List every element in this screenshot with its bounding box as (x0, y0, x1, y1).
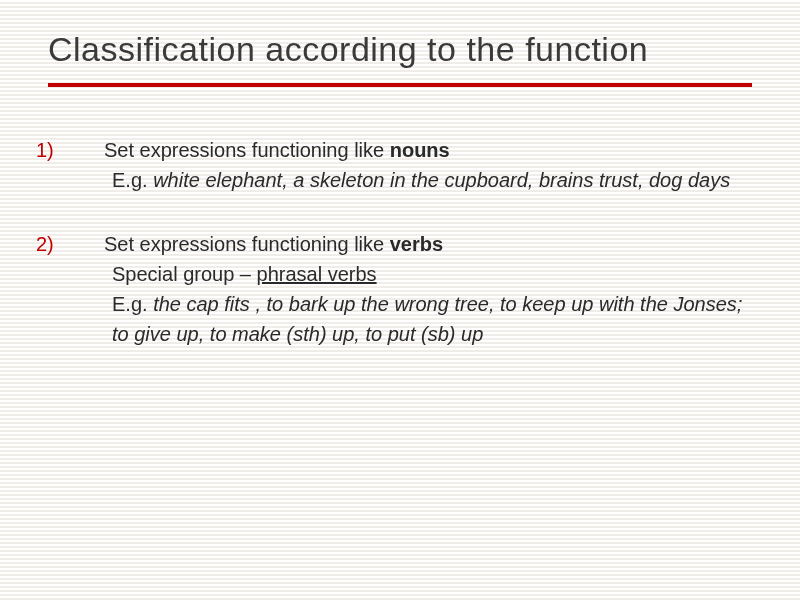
example-label: E.g. (112, 169, 153, 191)
item-example: E.g. the cap fits , to bark up the wrong… (112, 289, 752, 349)
item-head-bold: verbs (390, 233, 443, 255)
item-subgroup: Special group – phrasal verbs (112, 259, 752, 289)
item-head-pre: Set expressions functioning like (104, 233, 390, 255)
content-area: 1)Set expressions functioning like nouns… (48, 135, 752, 349)
list-item: 1)Set expressions functioning like nouns… (74, 135, 752, 195)
title-underline (48, 83, 752, 87)
item-heading: 1)Set expressions functioning like nouns (112, 135, 752, 165)
item-number: 2) (74, 229, 104, 259)
subgroup-pre: Special group – (112, 263, 257, 285)
list-item: 2)Set expressions functioning like verbs… (74, 229, 752, 349)
item-number: 1) (74, 135, 104, 165)
slide: Classification according to the function… (0, 0, 800, 600)
example-text: white elephant, a skeleton in the cupboa… (153, 169, 730, 191)
subgroup-underline: phrasal verbs (257, 263, 377, 285)
example-text: the cap fits , to bark up the wrong tree… (112, 293, 742, 345)
item-heading: 2)Set expressions functioning like verbs (112, 229, 752, 259)
slide-title: Classification according to the function (48, 28, 752, 71)
item-example: E.g. white elephant, a skeleton in the c… (112, 165, 752, 195)
item-head-bold: nouns (390, 139, 450, 161)
example-label: E.g. (112, 293, 153, 315)
item-head-pre: Set expressions functioning like (104, 139, 390, 161)
